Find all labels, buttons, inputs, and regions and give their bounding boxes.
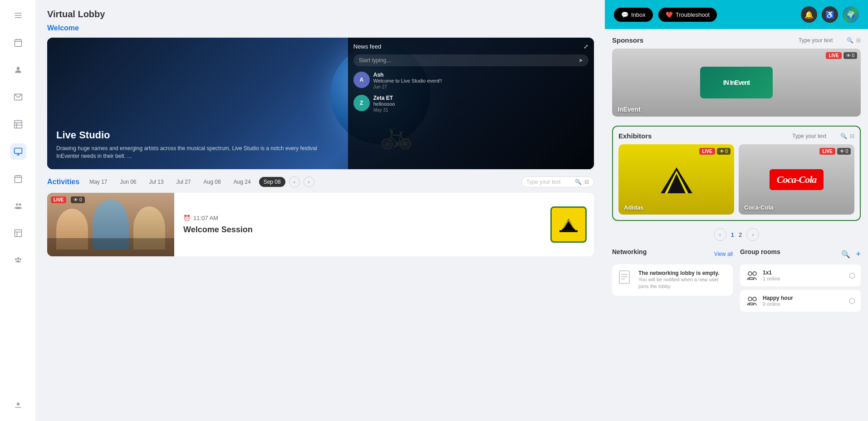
- bottom-sections: Networking View all The networking lobby: [612, 248, 861, 315]
- sidebar-icon-group[interactable]: [10, 198, 26, 214]
- networking-empty-title: The networking lobby is empty.: [638, 270, 727, 276]
- svg-point-27: [19, 258, 21, 260]
- send-icon: ➤: [579, 57, 583, 64]
- svg-rect-22: [15, 230, 21, 237]
- sponsor-logo-area: IN InEvent: [612, 49, 861, 117]
- exhibitors-header: Exhibitors 🔍 ⊟: [618, 132, 854, 140]
- sponsors-section: Sponsors 🔍 ⊟ IN InEvent LIVE 👁 0 InEv: [612, 36, 861, 117]
- sidebar: [0, 0, 36, 421]
- svg-point-39: [748, 272, 752, 275]
- language-button[interactable]: 🌍: [843, 6, 859, 23]
- date-tab-1[interactable]: Jun 06: [116, 177, 141, 187]
- sponsors-search-input[interactable]: [799, 37, 844, 44]
- networking-header: Networking View all: [612, 248, 733, 260]
- sidebar-icon-user[interactable]: [10, 397, 26, 414]
- topbar-icons: 🔔 ♿ 🌍: [801, 6, 859, 23]
- sidebar-icon-building[interactable]: [10, 225, 26, 241]
- svg-point-21: [19, 203, 21, 206]
- expand-icon[interactable]: ⤢: [584, 43, 588, 50]
- inevent-logo: IN InEvent: [700, 67, 773, 98]
- exhibitors-section: Exhibitors 🔍 ⊟ LI: [612, 126, 861, 221]
- networking-view-all[interactable]: View all: [714, 251, 733, 257]
- sponsors-header: Sponsors 🔍 ⊟: [612, 36, 861, 44]
- group-rooms-search-icon[interactable]: 🔍: [841, 250, 850, 259]
- exhibitor-card-adidas[interactable]: LIVE 👁 0 Adidas: [618, 144, 734, 215]
- sponsors-filter-icon[interactable]: ⊟: [856, 37, 861, 44]
- page-2[interactable]: 2: [739, 231, 742, 238]
- globe-icon: 🌍: [846, 10, 855, 19]
- hero-card[interactable]: 🚲 Live Studio Drawing huge names and eme…: [47, 38, 594, 169]
- date-tab-6[interactable]: Sep 08: [259, 177, 285, 187]
- exhibitor-card-cocacola[interactable]: Coca-Cola LIVE 👁 0 Coca-Cola: [739, 144, 854, 215]
- sponsors-search[interactable]: 🔍 ⊟: [799, 37, 861, 44]
- date-tab-4[interactable]: Aug 08: [199, 177, 226, 187]
- sidebar-icon-schedule[interactable]: [10, 171, 26, 187]
- page-1[interactable]: 1: [731, 231, 734, 238]
- pagination-prev[interactable]: ‹: [714, 228, 726, 241]
- news-feed-placeholder: Start typing…: [359, 57, 392, 64]
- group-room-1x1[interactable]: 1x1 1 online ⬡: [740, 264, 861, 286]
- group-rooms-add-icon[interactable]: +: [856, 250, 861, 259]
- page-title: Virtual Lobby: [47, 9, 594, 20]
- sponsor-card-inevent[interactable]: IN InEvent LIVE 👁 0 InEvent: [612, 49, 861, 117]
- svg-point-41: [748, 297, 752, 301]
- sidebar-icon-monitor[interactable]: [10, 143, 26, 160]
- news-content-2: Zeta ET hellooooo May 31: [373, 95, 588, 113]
- group-room-happyhour[interactable]: Happy hour 0 online ⬡: [740, 290, 861, 312]
- activities-search[interactable]: Type your text 🔍 ⊟: [521, 176, 594, 187]
- inbox-button[interactable]: 💬 Inbox: [614, 8, 653, 22]
- troubleshoot-button[interactable]: ❤️ Troubleshoot: [658, 8, 717, 22]
- pagination-next[interactable]: ›: [746, 228, 759, 241]
- viewers-badge: 👁 0: [71, 196, 85, 203]
- news-avatar-2: Z: [353, 95, 370, 111]
- group-room-action-1x1[interactable]: ⬡: [849, 271, 855, 280]
- group-room-name-1x1: 1x1: [763, 269, 780, 276]
- notification-button[interactable]: 🔔: [801, 6, 817, 23]
- news-item-1: A Ash Welcome to Live Studio event!! Jun…: [353, 72, 588, 89]
- exhibitors-search-icon[interactable]: 🔍: [840, 133, 847, 139]
- activities-header: Activities May 17 Jun 06 Jul 13 Jul 27 A…: [47, 176, 594, 187]
- session-time: ⏰ 11:07 AM: [183, 215, 534, 221]
- svg-point-40: [753, 272, 756, 275]
- group-rooms-section: Group rooms 🔍 +: [740, 248, 861, 315]
- date-tab-0[interactable]: May 17: [85, 177, 112, 187]
- expand-room-icon-2: ⬡: [849, 297, 855, 305]
- news-message-2: hellooooo: [373, 101, 588, 107]
- inbox-label: Inbox: [631, 11, 646, 18]
- exhibitors-search[interactable]: 🔍 ⊟: [792, 133, 854, 139]
- activities-filter-icon[interactable]: ⊟: [584, 179, 589, 185]
- session-sponsor-logo[interactable]: [550, 206, 587, 243]
- sidebar-icon-groups2[interactable]: [10, 252, 26, 269]
- date-tab-3[interactable]: Jul 27: [172, 177, 196, 187]
- cocacola-logo-text: Coca-Cola: [777, 174, 817, 185]
- svg-point-7: [16, 67, 20, 70]
- networking-empty-text: The networking lobby is empty. You will …: [638, 270, 727, 290]
- sidebar-icon-menu[interactable]: [10, 7, 26, 24]
- sidebar-icon-calendar[interactable]: [10, 34, 26, 51]
- accessibility-button[interactable]: ♿: [822, 6, 838, 23]
- date-tab-5[interactable]: Aug 24: [229, 177, 255, 187]
- networking-section: Networking View all The networking lobby: [612, 248, 733, 315]
- activities-search-icon[interactable]: 🔍: [575, 179, 582, 185]
- sidebar-icon-inbox[interactable]: [10, 89, 26, 105]
- exhibitors-title: Exhibitors: [618, 132, 652, 140]
- date-nav-next[interactable]: ›: [304, 176, 314, 187]
- cocacola-logo-area: Coca-Cola: [770, 169, 824, 190]
- news-feed-input-area[interactable]: Start typing… ➤: [353, 54, 588, 66]
- sponsors-search-icon[interactable]: 🔍: [847, 37, 853, 44]
- date-tab-2[interactable]: Jul 13: [145, 177, 168, 187]
- cocacola-live-badge: LIVE 👁 0: [819, 148, 851, 155]
- group-room-action-happyhour[interactable]: ⬡: [849, 297, 855, 305]
- svg-point-26: [15, 258, 16, 260]
- news-message-1: Welcome to Live Studio event!!: [373, 78, 588, 83]
- group-icon-happyhour: [745, 294, 758, 307]
- exhibitors-filter-icon[interactable]: ⊟: [850, 133, 854, 139]
- svg-rect-9: [14, 121, 22, 128]
- date-nav-prev[interactable]: ‹: [289, 176, 300, 187]
- sidebar-icon-table[interactable]: [10, 116, 26, 132]
- sidebar-icon-people[interactable]: [10, 62, 26, 78]
- hero-text-overlay: Live Studio Drawing huge names and emerg…: [47, 120, 348, 169]
- exhibitors-search-input[interactable]: [792, 133, 838, 139]
- adidas-name: Adidas: [624, 204, 643, 211]
- session-card[interactable]: LIVE 👁 0 ⏰ 11:07 AM Welcome Session: [47, 193, 594, 256]
